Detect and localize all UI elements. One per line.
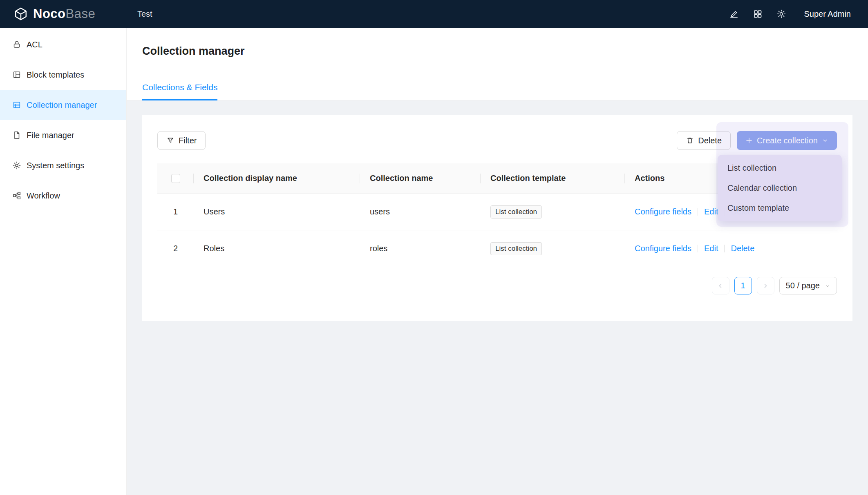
cell-name: roles (360, 244, 481, 253)
cell-template: List collection (481, 242, 625, 255)
lock-icon (12, 40, 21, 49)
table-header-select-cell (157, 163, 194, 193)
sidebar-item-acl[interactable]: ACL (0, 29, 126, 60)
settings-gear-icon[interactable] (770, 0, 793, 28)
sidebar-item-collection-manager[interactable]: Collection manager (0, 90, 126, 120)
create-menu-item-custom-template[interactable]: Custom template (718, 198, 842, 218)
pagination-next-button[interactable] (757, 277, 774, 294)
sidebar-item-workflow[interactable]: Workflow (0, 181, 126, 211)
sidebar-item-label: File manager (27, 131, 74, 140)
logo-text-bold: Noco (33, 7, 66, 21)
delete-label: Delete (698, 136, 722, 145)
logo-text: NocoBase (33, 7, 95, 21)
filter-button[interactable]: Filter (157, 131, 206, 150)
file-icon (12, 131, 21, 140)
logo-cube-icon (14, 7, 28, 21)
create-menu-item-calendar-collection[interactable]: Calendar collection (718, 178, 842, 198)
table-icon (12, 100, 21, 109)
sidebar-item-label: Workflow (27, 191, 60, 201)
user-menu[interactable]: Super Admin (804, 9, 851, 19)
logo-text-light: Base (66, 7, 96, 21)
action-edit[interactable]: Edit (704, 207, 718, 216)
sidebar-item-file-manager[interactable]: File manager (0, 120, 126, 150)
page-header: Collection manager Collections & Fields (127, 28, 868, 100)
sidebar-item-label: System settings (27, 161, 84, 170)
toolbar-right: Delete Create collection (677, 131, 837, 150)
pagination-page-1[interactable]: 1 (734, 277, 752, 294)
tabs: Collections & Fields (142, 82, 217, 100)
sidebar-item-block-templates[interactable]: Block templates (0, 60, 126, 90)
row-index: 1 (157, 207, 194, 216)
page-title: Collection manager (142, 45, 245, 58)
sidebar: ACL Block templates Collection manager F… (0, 28, 127, 495)
nocobase-logo[interactable]: NocoBase (0, 7, 127, 21)
filter-label: Filter (179, 136, 197, 145)
create-collection-label: Create collection (757, 136, 818, 145)
top-nav: Test (127, 0, 163, 28)
action-divider (698, 245, 698, 252)
toolbar: Filter Delete (157, 131, 837, 150)
cell-display-name: Users (194, 207, 360, 216)
filter-icon (166, 136, 174, 145)
create-collection-button[interactable]: Create collection (737, 131, 837, 150)
create-menu-item-list-collection[interactable]: List collection (718, 158, 842, 178)
sidebar-item-system-settings[interactable]: System settings (0, 150, 126, 181)
cell-template: List collection (481, 205, 625, 219)
top-nav-item-test[interactable]: Test (127, 0, 163, 28)
chevron-down-icon (822, 137, 828, 144)
tab-collections-and-fields[interactable]: Collections & Fields (142, 82, 217, 100)
collections-card: Filter Delete (142, 115, 852, 321)
action-divider (724, 245, 725, 252)
sidebar-item-label: Collection manager (27, 100, 97, 110)
design-mode-highlighter-icon[interactable] (722, 0, 746, 28)
chevron-down-icon (825, 283, 830, 289)
action-configure-fields[interactable]: Configure fields (635, 244, 691, 253)
sidebar-item-label: Block templates (27, 70, 84, 80)
chevron-right-icon (762, 283, 769, 289)
page-size-value: 50 / page (786, 281, 820, 290)
cell-display-name: Roles (194, 244, 360, 253)
cell-actions: Configure fields Edit Delete (625, 244, 837, 253)
plugins-grid-icon[interactable] (746, 0, 770, 28)
cell-name: users (360, 207, 481, 216)
column-header-name: Collection name (360, 163, 481, 193)
create-collection-dropdown: List collection Calendar collection Cust… (718, 155, 842, 221)
row-index: 2 (157, 244, 194, 253)
gear-icon (12, 161, 21, 170)
select-all-checkbox[interactable] (171, 174, 180, 183)
column-header-template: Collection template (481, 163, 625, 193)
layout-icon (12, 70, 21, 79)
action-delete[interactable]: Delete (731, 244, 754, 253)
plus-icon (745, 137, 753, 144)
topbar: NocoBase Test Super Admin (0, 0, 868, 28)
main-content: Collection manager Collections & Fields … (127, 28, 868, 495)
table-row: 2 Roles roles List collection Configure … (157, 230, 837, 267)
pagination-prev-button[interactable] (712, 277, 729, 294)
action-divider (698, 208, 698, 216)
sidebar-item-label: ACL (27, 40, 43, 49)
column-header-display-name: Collection display name (194, 163, 360, 193)
template-tag: List collection (490, 242, 542, 255)
workflow-icon (12, 191, 21, 200)
pagination: 1 50 / page (712, 277, 837, 294)
action-configure-fields[interactable]: Configure fields (635, 207, 691, 216)
template-tag: List collection (490, 205, 542, 219)
page-size-select[interactable]: 50 / page (779, 277, 837, 294)
topbar-right: Super Admin (722, 0, 868, 28)
delete-button[interactable]: Delete (677, 131, 731, 150)
chevron-left-icon (717, 283, 724, 289)
action-edit[interactable]: Edit (704, 244, 718, 253)
trash-icon (686, 136, 694, 145)
